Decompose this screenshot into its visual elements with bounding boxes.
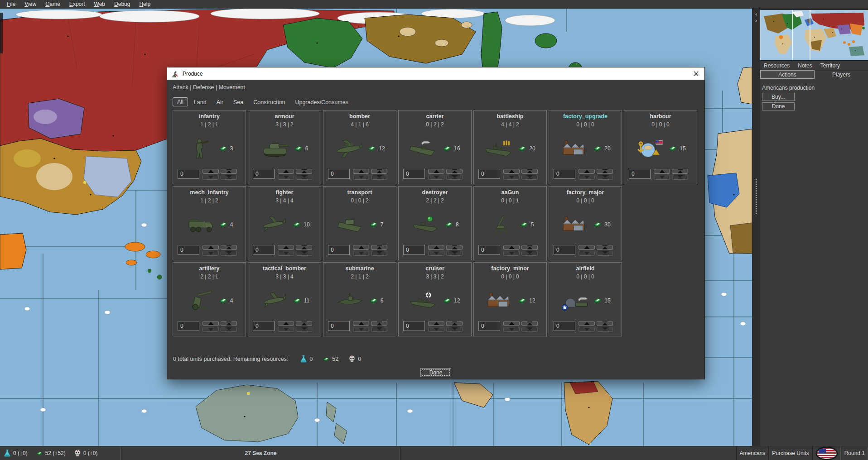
spin-down-button[interactable]: [579, 327, 595, 332]
spin-max-button[interactable]: [221, 169, 237, 174]
spin-down-button[interactable]: [278, 251, 294, 256]
spin-max-button[interactable]: [371, 169, 387, 174]
quantity-input[interactable]: [629, 169, 651, 179]
quantity-input[interactable]: [554, 245, 575, 255]
spin-up-button[interactable]: [428, 245, 444, 250]
quantity-input[interactable]: [253, 245, 275, 255]
spin-up-button[interactable]: [278, 245, 294, 250]
spin-up-button[interactable]: [353, 169, 369, 174]
menu-item-game[interactable]: Game: [41, 0, 64, 8]
quantity-input[interactable]: [478, 321, 500, 331]
tab-air[interactable]: Air: [212, 98, 227, 106]
spin-max-button[interactable]: [296, 169, 312, 174]
spin-min-button[interactable]: [221, 251, 237, 256]
spin-min-button[interactable]: [446, 251, 463, 256]
spin-up-button[interactable]: [579, 321, 595, 326]
spin-min-button[interactable]: [296, 175, 312, 180]
spin-down-button[interactable]: [428, 175, 444, 180]
spin-up-button[interactable]: [428, 321, 444, 326]
spin-down-button[interactable]: [353, 251, 369, 256]
spin-max-button[interactable]: [597, 169, 613, 174]
sidebar-tab-notes[interactable]: Notes: [796, 62, 816, 70]
spin-down-button[interactable]: [503, 251, 520, 256]
spin-max-button[interactable]: [597, 321, 613, 326]
menu-item-file[interactable]: File: [3, 0, 19, 8]
quantity-input[interactable]: [328, 169, 350, 179]
quantity-input[interactable]: [178, 321, 199, 331]
tab-land[interactable]: Land: [190, 98, 211, 106]
quantity-input[interactable]: [253, 169, 275, 179]
menu-item-debug[interactable]: Debug: [110, 0, 134, 8]
spin-up-button[interactable]: [203, 169, 219, 174]
spin-min-button[interactable]: [446, 327, 463, 332]
spin-down-button[interactable]: [353, 175, 369, 180]
map-scroll-right-icon[interactable]: ›: [752, 18, 760, 23]
spin-up-button[interactable]: [503, 245, 520, 250]
spin-max-button[interactable]: [672, 169, 688, 174]
quantity-input[interactable]: [554, 321, 575, 331]
spin-min-button[interactable]: [371, 175, 387, 180]
quantity-input[interactable]: [178, 245, 199, 255]
spin-up-button[interactable]: [278, 169, 294, 174]
spin-down-button[interactable]: [503, 327, 520, 332]
spin-min-button[interactable]: [521, 251, 538, 256]
spin-up-button[interactable]: [503, 169, 520, 174]
spin-up-button[interactable]: [278, 321, 294, 326]
tab-all[interactable]: All: [173, 97, 188, 106]
spin-min-button[interactable]: [446, 175, 463, 180]
spin-down-button[interactable]: [428, 251, 444, 256]
spin-down-button[interactable]: [503, 175, 520, 180]
spin-max-button[interactable]: [597, 245, 613, 250]
spin-up-button[interactable]: [353, 245, 369, 250]
sidebar-done-button[interactable]: Done: [762, 102, 795, 110]
spin-max-button[interactable]: [221, 245, 237, 250]
sidebar-tab-territory[interactable]: Territory: [819, 62, 844, 70]
spin-min-button[interactable]: [597, 327, 613, 332]
spin-down-button[interactable]: [278, 175, 294, 180]
spin-min-button[interactable]: [296, 251, 312, 256]
spin-min-button[interactable]: [296, 327, 312, 332]
spin-max-button[interactable]: [446, 169, 463, 174]
spin-down-button[interactable]: [654, 175, 670, 180]
spin-min-button[interactable]: [597, 251, 613, 256]
spin-down-button[interactable]: [579, 251, 595, 256]
spin-up-button[interactable]: [428, 169, 444, 174]
quantity-input[interactable]: [403, 245, 425, 255]
spin-down-button[interactable]: [428, 327, 444, 332]
quantity-input[interactable]: [253, 321, 275, 331]
quantity-input[interactable]: [328, 321, 350, 331]
quantity-input[interactable]: [554, 169, 575, 179]
tab-upgrades-consumes[interactable]: Upgrades/Consumes: [291, 98, 352, 106]
spin-max-button[interactable]: [221, 321, 237, 326]
spin-up-button[interactable]: [579, 245, 595, 250]
spin-down-button[interactable]: [203, 175, 219, 180]
spin-up-button[interactable]: [654, 169, 670, 174]
spin-max-button[interactable]: [296, 321, 312, 326]
quantity-input[interactable]: [178, 169, 199, 179]
menu-item-export[interactable]: Export: [65, 0, 89, 8]
spin-min-button[interactable]: [371, 327, 387, 332]
spin-min-button[interactable]: [221, 175, 237, 180]
spin-up-button[interactable]: [203, 321, 219, 326]
spin-up-button[interactable]: [579, 169, 595, 174]
spin-min-button[interactable]: [521, 175, 538, 180]
quantity-input[interactable]: [403, 321, 425, 331]
spin-max-button[interactable]: [296, 245, 312, 250]
spin-min-button[interactable]: [597, 175, 613, 180]
quantity-input[interactable]: [478, 169, 500, 179]
spin-max-button[interactable]: [521, 321, 538, 326]
spin-min-button[interactable]: [371, 251, 387, 256]
spin-down-button[interactable]: [203, 251, 219, 256]
buy-button[interactable]: Buy...: [762, 93, 795, 101]
quantity-input[interactable]: [478, 245, 500, 255]
spin-max-button[interactable]: [446, 321, 463, 326]
spin-max-button[interactable]: [371, 245, 387, 250]
sidebar-tab-resources[interactable]: Resources: [762, 62, 794, 70]
spin-max-button[interactable]: [446, 245, 463, 250]
sidebar-tab-players[interactable]: Players: [815, 70, 868, 79]
menu-item-view[interactable]: View: [20, 0, 40, 8]
menu-item-web[interactable]: Web: [90, 0, 109, 8]
dialog-done-button[interactable]: Done: [420, 368, 452, 377]
map-scroll-left-icon[interactable]: ‹: [752, 11, 760, 17]
dialog-title-bar[interactable]: A Produce: [167, 67, 704, 80]
